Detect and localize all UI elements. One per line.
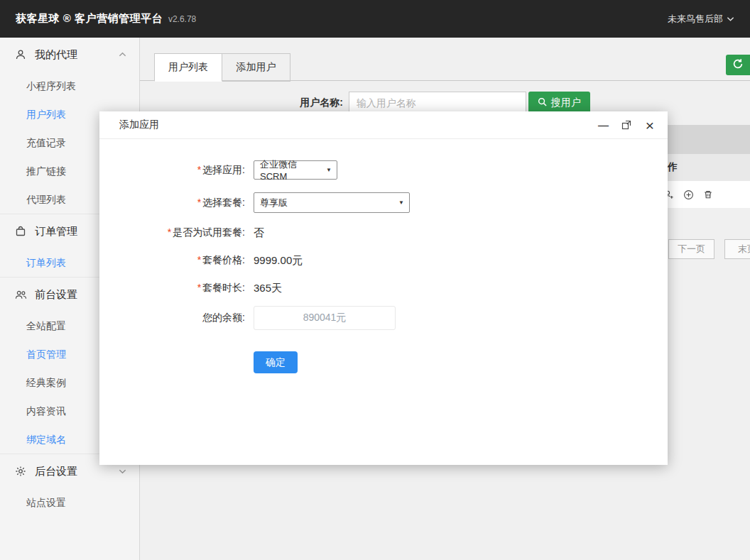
sidebar-header-my-agents[interactable]: 我的代理 <box>0 38 139 72</box>
tab-bar: 用户列表 添加用户 <box>140 38 750 81</box>
sidebar-group-label: 后台设置 <box>35 465 77 478</box>
tab-label: 用户列表 <box>168 61 208 74</box>
next-page-button[interactable]: 下一页 <box>668 239 714 259</box>
select-app-label: *选择应用: <box>99 164 254 177</box>
user-menu[interactable]: 未来鸟售后部 <box>668 13 734 26</box>
tab-add-user[interactable]: 添加用户 <box>222 53 290 82</box>
chevron-down-icon <box>119 468 126 474</box>
select-plan-label: *选择套餐: <box>99 197 254 209</box>
sidebar-group-label: 前台设置 <box>35 288 77 302</box>
confirm-button[interactable]: 确定 <box>254 351 298 373</box>
balance-field: 890041元 <box>254 306 396 330</box>
select-caret-icon: ▼ <box>326 167 332 173</box>
dialog-header: 添加应用 — × <box>99 111 668 139</box>
required-asterisk: * <box>197 197 201 208</box>
duration-label: *套餐时长: <box>99 282 254 295</box>
required-asterisk: * <box>168 226 171 238</box>
required-asterisk: * <box>197 282 201 293</box>
gear-icon <box>14 465 27 478</box>
username-input[interactable] <box>349 92 526 114</box>
sidebar-item-miniprogram-list[interactable]: 小程序列表 <box>0 72 139 100</box>
dialog-body: *选择应用: 企业微信SCRM ▼ *选择套餐: 尊享版 ▼ *是否为试用套餐:… <box>99 139 668 373</box>
price-label: *套餐价格: <box>99 254 254 267</box>
required-asterisk: * <box>197 164 201 175</box>
dialog-title: 添加应用 <box>119 119 159 131</box>
app-select-value: 企业微信SCRM <box>260 158 322 182</box>
maximize-icon[interactable] <box>620 119 633 131</box>
trial-value: 否 <box>254 226 264 240</box>
plan-select[interactable]: 尊享版 ▼ <box>254 192 410 213</box>
field-select-app: *选择应用: 企业微信SCRM ▼ <box>99 160 668 180</box>
app-title: 获客星球 ® 客户营销管理平台 <box>16 12 163 26</box>
tab-label: 添加用户 <box>237 61 276 74</box>
search-button-label: 搜用户 <box>551 97 581 109</box>
field-trial: *是否为试用套餐: 否 <box>99 223 668 243</box>
search-icon <box>538 97 547 109</box>
person-icon <box>14 48 27 61</box>
sidebar-group-label: 我的代理 <box>35 48 77 62</box>
search-user-button[interactable]: 搜用户 <box>528 92 590 114</box>
field-duration: *套餐时长: 365天 <box>99 278 668 298</box>
brand-area: 获客星球 ® 客户营销管理平台 v2.6.78 <box>16 12 196 26</box>
trial-label: *是否为试用套餐: <box>99 226 254 239</box>
field-price: *套餐价格: 9999.00元 <box>99 251 668 270</box>
people-icon <box>14 288 27 301</box>
balance-value: 890041元 <box>303 312 347 324</box>
sidebar-item-site-settings[interactable]: 站点设置 <box>0 488 139 517</box>
sidebar-group-label: 订单管理 <box>35 225 77 238</box>
add-application-dialog: 添加应用 — × *选择应用: 企业微信SCRM ▼ *选择套餐: 尊享版 <box>99 111 668 465</box>
field-balance: 您的余额: 890041元 <box>99 306 668 330</box>
refresh-icon <box>732 58 744 72</box>
close-icon[interactable]: × <box>643 119 656 131</box>
required-asterisk: * <box>197 254 201 265</box>
field-select-plan: *选择套餐: 尊享版 ▼ <box>99 192 668 213</box>
bag-icon <box>14 225 27 238</box>
topbar: 获客星球 ® 客户营销管理平台 v2.6.78 未来鸟售后部 <box>0 0 750 38</box>
minimize-icon[interactable]: — <box>597 119 609 131</box>
search-row: 用户名称: 搜用户 <box>140 92 750 114</box>
user-menu-label: 未来鸟售后部 <box>668 13 723 26</box>
app-version: v2.6.78 <box>168 14 196 24</box>
tab-user-list[interactable]: 用户列表 <box>154 53 222 82</box>
last-page-button[interactable]: 末页 <box>724 239 750 259</box>
username-label: 用户名称: <box>300 97 343 109</box>
select-caret-icon: ▼ <box>398 199 404 206</box>
price-value: 9999.00元 <box>254 254 303 268</box>
app-select[interactable]: 企业微信SCRM ▼ <box>254 160 337 180</box>
chevron-down-icon <box>727 13 734 24</box>
dialog-window-controls: — × <box>597 119 656 131</box>
trash-icon[interactable] <box>703 190 713 199</box>
duration-value: 365天 <box>254 282 282 295</box>
plan-select-value: 尊享版 <box>260 197 288 209</box>
refresh-button[interactable] <box>726 55 750 75</box>
balance-label: 您的余额: <box>99 312 254 324</box>
chevron-up-icon <box>119 52 126 57</box>
plus-circle-icon[interactable] <box>683 190 694 200</box>
